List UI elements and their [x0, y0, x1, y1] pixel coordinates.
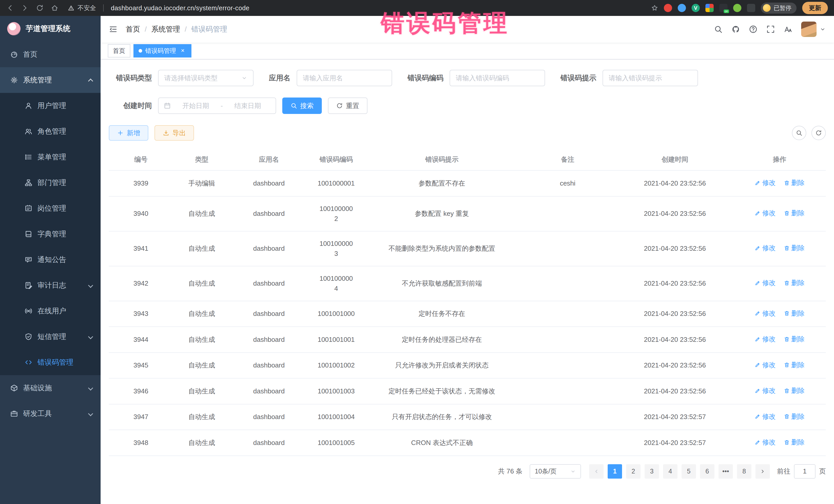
page-number-button[interactable]: 4 — [663, 464, 678, 479]
delete-link[interactable]: 删除 — [784, 334, 805, 344]
home-icon[interactable] — [51, 4, 59, 12]
sidebar-fold-button[interactable] — [109, 25, 117, 34]
bookmark-star-icon[interactable] — [651, 4, 658, 12]
page-number-button[interactable]: 2 — [626, 464, 640, 479]
next-page-button[interactable] — [755, 464, 770, 479]
sidebar-item[interactable]: 用户管理 — [0, 93, 101, 118]
pin-ext-icon[interactable] — [747, 4, 755, 12]
edit-link[interactable]: 修改 — [754, 278, 775, 288]
delete-link[interactable]: 删除 — [784, 208, 805, 218]
error-type-select[interactable]: 请选择错误码类型 — [158, 70, 254, 86]
onepass-ext-icon[interactable] — [719, 4, 727, 12]
delete-link[interactable]: 删除 — [784, 308, 805, 319]
page-number-button[interactable]: 5 — [682, 464, 696, 479]
red-ext-icon[interactable] — [664, 4, 672, 12]
cell-remark — [519, 353, 616, 378]
sidebar-item[interactable]: 部门管理 — [0, 170, 101, 196]
delete-link[interactable]: 删除 — [784, 243, 805, 253]
page-number-button[interactable]: 8 — [737, 464, 751, 479]
delete-link[interactable]: 删除 — [784, 278, 805, 288]
goto-page-input[interactable] — [794, 464, 815, 479]
column-header: 编号 — [109, 149, 173, 170]
address-bar[interactable]: dashboard.yudao.iocoder.cn/system/error-… — [111, 4, 249, 12]
page-number-button[interactable]: 3 — [644, 464, 659, 479]
page-number-button[interactable]: 6 — [700, 464, 715, 479]
breadcrumb-item[interactable]: 系统管理 — [151, 24, 180, 34]
edit-link[interactable]: 修改 — [754, 243, 775, 253]
sidebar-item[interactable]: 在线用户 — [0, 298, 101, 324]
edit-link[interactable]: 修改 — [754, 386, 775, 396]
toggle-search-button[interactable] — [792, 126, 806, 140]
update-button[interactable]: 更新 — [802, 2, 828, 14]
header-search-button[interactable] — [714, 25, 723, 34]
range-separator: - — [221, 102, 223, 110]
page-size-select[interactable]: 10条/页 — [530, 464, 581, 479]
sidebar-item[interactable]: 菜单管理 — [0, 144, 101, 170]
prev-page-button[interactable] — [589, 464, 603, 479]
blue-ext-icon[interactable] — [678, 4, 686, 12]
add-button[interactable]: 新增 — [109, 125, 148, 140]
fullscreen-button[interactable] — [766, 25, 775, 34]
forward-icon[interactable] — [21, 4, 29, 12]
date-range-picker[interactable]: 开始日期 - 结束日期 — [158, 97, 276, 114]
sidebar-item[interactable]: 短信管理 — [0, 324, 101, 350]
delete-link[interactable]: 删除 — [784, 412, 805, 422]
delete-icon — [784, 362, 790, 368]
user-menu[interactable] — [801, 22, 826, 37]
breadcrumb-item[interactable]: 首页 — [126, 24, 140, 34]
profile-paused-badge[interactable]: 已暂停 — [761, 3, 796, 14]
sidebar-item[interactable]: 角色管理 — [0, 118, 101, 144]
error-code-input[interactable] — [449, 70, 545, 86]
cell-type: 自动生成 — [173, 266, 231, 301]
sidebar-item[interactable]: 研发工具 — [0, 401, 101, 426]
search-button[interactable]: 搜索 — [282, 97, 322, 114]
active-dot — [138, 49, 142, 52]
page-number-button[interactable]: ••• — [719, 464, 733, 479]
sidebar-item[interactable]: 基础设施 — [0, 375, 101, 401]
app-logo[interactable]: 芋道管理系统 — [0, 16, 101, 42]
edit-link[interactable]: 修改 — [754, 360, 775, 370]
chevron-icon — [88, 283, 93, 288]
edit-link[interactable]: 修改 — [754, 334, 775, 344]
announcement-icon — [25, 256, 32, 264]
sidebar-item[interactable]: 通知公告 — [0, 247, 101, 272]
sidebar-item[interactable]: 系统管理 — [0, 67, 101, 93]
sidebar-item[interactable]: 审计日志 — [0, 272, 101, 298]
view-tab[interactable]: 错误码管理 × — [133, 44, 192, 58]
sidebar-item[interactable]: 字典管理 — [0, 221, 101, 247]
refresh-table-button[interactable] — [811, 126, 826, 140]
edit-link[interactable]: 修改 — [754, 308, 775, 319]
reload-icon[interactable] — [36, 4, 44, 12]
sidebar-menu: 首页 系统管理 用户管理 角色管理 菜单管理 部门管理 岗位管理 字典管理 通知… — [0, 42, 101, 504]
app-name-input[interactable] — [297, 70, 392, 86]
close-icon[interactable]: × — [179, 47, 186, 54]
edit-link[interactable]: 修改 — [754, 178, 775, 188]
delete-link[interactable]: 删除 — [784, 360, 805, 370]
edit-icon — [754, 413, 761, 420]
delete-link[interactable]: 删除 — [784, 386, 805, 396]
green-v-ext-icon[interactable] — [692, 4, 700, 12]
green-leaf-ext-icon[interactable] — [733, 4, 741, 12]
error-hint-input[interactable] — [602, 70, 698, 86]
sidebar-item[interactable]: 错误码管理 — [0, 350, 101, 375]
edit-link[interactable]: 修改 — [754, 437, 775, 447]
help-button[interactable] — [749, 25, 758, 34]
edit-link[interactable]: 修改 — [754, 208, 775, 218]
page-number-button[interactable]: 1 — [608, 464, 622, 479]
github-link[interactable] — [731, 25, 740, 34]
back-icon[interactable] — [6, 4, 14, 12]
security-chip[interactable]: 不安全 — [68, 4, 96, 12]
edit-link[interactable]: 修改 — [754, 412, 775, 422]
goto-label: 前往 — [777, 467, 790, 476]
view-tab[interactable]: 首页 — [108, 44, 130, 58]
reset-button[interactable]: 重置 — [328, 97, 368, 114]
delete-link[interactable]: 删除 — [784, 178, 805, 188]
sidebar-item[interactable]: 岗位管理 — [0, 196, 101, 221]
export-button[interactable]: 导出 — [154, 125, 194, 140]
sidebar-item[interactable]: 首页 — [0, 42, 101, 67]
grid-ext-icon[interactable] — [705, 4, 714, 12]
delete-link[interactable]: 删除 — [784, 437, 805, 447]
cell-actions: 修改 删除 — [733, 231, 826, 266]
cell-time: 2021-04-20 23:52:57 — [616, 430, 733, 456]
font-size-button[interactable] — [784, 25, 792, 34]
